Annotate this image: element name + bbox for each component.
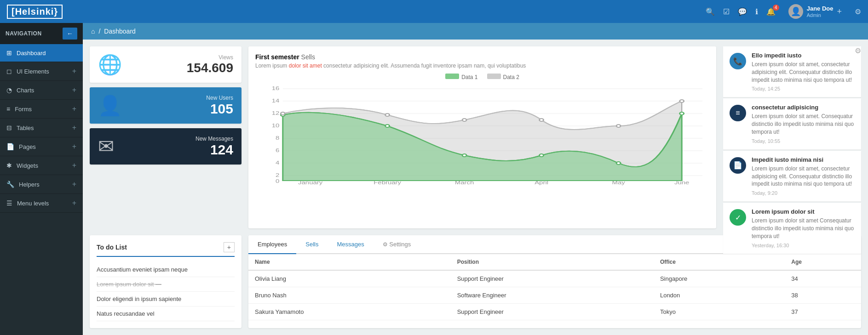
sidebar-label-charts: Charts [17, 87, 34, 94]
table-header-row: Name Position Office Age [248, 254, 861, 270]
table-body: Olivia Liang Support Engineer Singapore … [248, 270, 861, 320]
sidebar-label-menu-levels: Menu levels [17, 200, 49, 207]
legend-item-data2: Data 2 [487, 74, 519, 80]
cell-name: Bruno Nash [248, 287, 451, 304]
svg-point-27 [616, 162, 621, 165]
cell-office: Singapore [654, 270, 785, 287]
tab-sells[interactable]: Sells [296, 235, 328, 254]
home-icon[interactable]: ⌂ [91, 28, 95, 35]
stat-card-users: 👤 New Users 105 [90, 87, 241, 124]
legend-item-data1: Data 1 [445, 74, 477, 80]
notif-title-1: consectetur adipisicing [752, 104, 855, 111]
svg-point-31 [462, 119, 466, 121]
chart-title: First semester Sells [255, 53, 709, 61]
sidebar-label-widgets: Widgets [17, 162, 38, 169]
sidebar-item-helpers[interactable]: 🔧 Helpers + [0, 175, 83, 194]
cell-position: Support Engineer [451, 270, 654, 287]
col-position: Position [451, 254, 654, 270]
body-wrapper: Navigation ← ⊞ Dashboard ◻ UI Elements +… [0, 23, 868, 335]
tables-icon: ⊟ [6, 124, 12, 131]
sidebar-item-menu-levels[interactable]: ☰ Menu levels + [0, 194, 83, 213]
notif-time-1: Today, 10:55 [752, 138, 855, 144]
tab-messages[interactable]: Messages [328, 235, 374, 254]
user-area[interactable]: 👤 Jane Doe Admin + [788, 4, 842, 19]
info-icon[interactable]: ℹ [755, 7, 758, 16]
notif-title-0: Ello impedit iusto [752, 52, 855, 59]
notifications-panel: ⚙ 📞 Ello impedit iusto Lorem ipsum dolor… [723, 46, 861, 228]
pages-icon: 📄 [6, 143, 14, 150]
notifications-gear-icon[interactable]: ⚙ [855, 46, 861, 55]
sidebar-item-pages[interactable]: 📄 Pages + [0, 137, 83, 156]
sidebar-item-charts[interactable]: ◔ Charts + [0, 81, 83, 100]
user-plus-btn[interactable]: + [837, 7, 842, 17]
cell-position: Software Engineer [451, 287, 654, 304]
sidebar: Navigation ← ⊞ Dashboard ◻ UI Elements +… [0, 23, 83, 335]
notif-title-2: Impedit iusto minima nisi [752, 156, 855, 163]
svg-point-28 [680, 112, 684, 115]
tab-settings[interactable]: ⚙ Settings [374, 235, 420, 254]
breadcrumb-separator: / [98, 28, 100, 35]
search-icon[interactable]: 🔍 [706, 7, 715, 16]
todo-add-btn[interactable]: + [224, 242, 235, 252]
sidebar-item-dashboard[interactable]: ⊞ Dashboard [0, 44, 83, 62]
widgets-plus-icon: + [72, 161, 76, 170]
svg-text:6: 6 [276, 148, 279, 153]
sidebar-item-widgets[interactable]: ✱ Widgets + [0, 156, 83, 175]
helpers-plus-icon: + [72, 180, 76, 188]
table-row: Bruno Nash Software Engineer London 38 [248, 287, 861, 304]
notif-time-0: Today, 14:25 [752, 86, 855, 91]
line-chart: 16 14 12 10 8 6 4 2 0 January February [255, 84, 709, 185]
content-area: ⌂ / Dashboard 🌐 Views 154.609 [83, 23, 868, 335]
bell-icon[interactable]: 🔔 4 [766, 7, 776, 16]
top-row: 🌐 Views 154.609 👤 New Users 105 [90, 46, 861, 228]
charts-icon: ◔ [6, 86, 12, 94]
dashboard-icon: ⊞ [6, 49, 12, 57]
notif-time-2: Today, 9:20 [752, 190, 855, 196]
sidebar-label-helpers: Helpers [19, 181, 40, 188]
col-age: Age [785, 254, 861, 270]
top-gear-icon[interactable]: ⚙ [855, 7, 861, 16]
sidebar-item-forms[interactable]: ≡ Forms + [0, 100, 83, 119]
sidebar-label-forms: Forms [15, 106, 32, 113]
svg-point-34 [680, 100, 684, 102]
chart-subtitle-link[interactable]: dolor sit amet [289, 62, 322, 69]
todo-item-2: Dolor eligendi in ipsum sapiente [97, 292, 235, 307]
chart-container: 16 14 12 10 8 6 4 2 0 January February [255, 84, 709, 187]
breadcrumb: ⌂ / Dashboard [83, 23, 868, 40]
charts-plus-icon: + [72, 86, 76, 94]
notif-icon-phone: 📞 [730, 53, 746, 69]
sidebar-label-ui-elements: UI Elements [17, 68, 49, 75]
menu-levels-icon: ☰ [6, 199, 12, 207]
sidebar-item-tables[interactable]: ⊟ Tables + [0, 119, 83, 137]
svg-text:12: 12 [272, 111, 280, 116]
main-content: 🌐 Views 154.609 👤 New Users 105 [83, 40, 868, 335]
tab-employees[interactable]: Employees [248, 235, 296, 254]
breadcrumb-current: Dashboard [104, 28, 136, 35]
svg-text:14: 14 [272, 98, 280, 104]
tasks-icon[interactable]: ☑ [723, 7, 730, 16]
svg-text:2: 2 [276, 173, 279, 178]
chart-subtitle: Lorem ipsum dolor sit amet consectetur a… [255, 62, 709, 69]
notif-item-1: ≡ consectetur adipisicing Lorem ipsum do… [723, 98, 861, 149]
svg-text:4: 4 [276, 160, 279, 166]
cell-age: 37 [785, 304, 861, 320]
bell-badge: 4 [773, 5, 779, 11]
svg-text:8: 8 [276, 136, 279, 141]
stat-card-views: 🌐 Views 154.609 [90, 46, 241, 83]
widgets-icon: ✱ [6, 162, 12, 169]
svg-text:0: 0 [276, 179, 279, 184]
sidebar-toggle-btn[interactable]: ← [63, 28, 77, 40]
cell-name: Sakura Yamamoto [248, 304, 451, 320]
svg-point-32 [540, 119, 544, 121]
cell-age: 38 [785, 287, 861, 304]
svg-point-29 [281, 112, 285, 115]
nav-icons: 🔍 ☑ 💬 ℹ 🔔 4 👤 Jane Doe Admin + ⚙ [706, 4, 861, 19]
notif-item-0: 📞 Ello impedit iusto Lorem ipsum dolor s… [723, 46, 861, 97]
cell-name: Olivia Liang [248, 270, 451, 287]
table-head: Name Position Office Age [248, 254, 861, 270]
chat-icon[interactable]: 💬 [738, 7, 747, 16]
col-office: Office [654, 254, 785, 270]
sidebar-item-ui-elements[interactable]: ◻ UI Elements + [0, 62, 83, 81]
notif-icon-check: ✓ [730, 209, 746, 226]
notif-text-2: Lorem ipsum dolor sit amet, consectetur … [752, 165, 855, 188]
